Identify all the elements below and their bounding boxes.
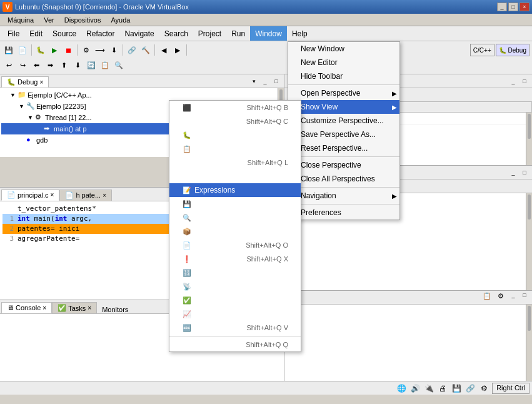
menu-window[interactable]: Window	[250, 26, 287, 41]
sv-outline[interactable]: 📄 Outline Shift+Alt+Q O	[169, 238, 301, 252]
menu-refactor[interactable]: Refactor	[81, 26, 119, 41]
sv-registers[interactable]: 🔢 Registers	[169, 266, 301, 280]
sv-errorlog[interactable]: ⚠ Error Log Shift+Alt+Q L	[169, 156, 301, 169]
sv-breakpoints[interactable]: ⬛ Breakpoints Shift+Alt+Q B	[169, 101, 301, 114]
tb-perspective-debug[interactable]: 🐛 Debug	[496, 44, 529, 56]
sv-signals[interactable]: 📡 Signals	[169, 280, 301, 293]
sv-problems[interactable]: ❗ Problems Shift+Alt+Q X	[169, 252, 301, 266]
menu-item-save-persp[interactable]: Save Perspective As...	[288, 128, 399, 141]
os-menu-maquina[interactable]: Máquina	[3, 15, 39, 25]
tb2-4[interactable]: ➡	[44, 59, 56, 71]
tb2-6[interactable]: ⬇	[71, 59, 84, 71]
tab-debug-close[interactable]: ×	[39, 79, 43, 86]
vars-panel-minimize[interactable]: _	[508, 76, 518, 86]
status-icon-5[interactable]: 💾	[451, 383, 462, 394]
vars-scrollbar[interactable]	[526, 113, 532, 165]
status-icon-network[interactable]: 🔗	[464, 383, 476, 394]
tab-hpate-close[interactable]: ×	[103, 192, 106, 199]
sv-debug[interactable]: 🐛 Debug	[169, 128, 301, 142]
tab-tasks[interactable]: ✅ Tasks ×	[52, 302, 97, 313]
menu-item-close-all-persp[interactable]: Close All Perspectives	[288, 172, 399, 186]
outline-panel-maximize[interactable]: □	[519, 168, 529, 178]
os-menu-ayuda[interactable]: Ayuda	[106, 15, 135, 25]
debug-panel-menu[interactable]: ▾	[249, 76, 259, 86]
menu-edit[interactable]: Edit	[24, 26, 48, 41]
tab-console[interactable]: 🖥 Console ×	[1, 302, 52, 313]
menu-item-hide-toolbar[interactable]: Hide Toolbar	[288, 69, 399, 83]
status-icon-3[interactable]: 🔌	[423, 383, 434, 394]
tb-step2[interactable]: ⬇	[108, 44, 120, 56]
tb-step[interactable]: ⟶	[94, 44, 106, 56]
menu-item-reset-persp[interactable]: Reset Perspective...	[288, 141, 399, 155]
tab-principal[interactable]: 📄 principal.c ×	[1, 189, 59, 201]
tb-debug[interactable]: 🐛	[34, 44, 47, 56]
sv-tasks[interactable]: ✅ Tasks	[169, 293, 301, 307]
menu-item-navigation[interactable]: Navigation ▶	[288, 189, 399, 203]
status-icon-2[interactable]: 🔊	[409, 383, 421, 394]
menu-project[interactable]: Project	[193, 26, 226, 41]
menu-item-preferences[interactable]: Preferences	[288, 206, 399, 220]
menu-item-open-perspective[interactable]: Open Perspective ▶	[288, 86, 399, 100]
sv-trace[interactable]: 📈 Trace Control	[169, 307, 301, 321]
tb-external[interactable]: 🔗	[126, 44, 138, 56]
menu-source[interactable]: Source	[48, 26, 81, 41]
tab-hpate[interactable]: 📄 h pate... ×	[59, 189, 112, 201]
status-icon-1[interactable]: 🌐	[396, 383, 407, 394]
menu-item-close-persp[interactable]: Close Perspective	[288, 158, 399, 172]
menu-item-show-view[interactable]: Show View ▶ ⬛ Breakpoints Shift+Alt+Q B …	[288, 100, 399, 114]
tb2-1[interactable]: ↩	[3, 59, 15, 71]
sv-variables[interactable]: 🔤 Variables Shift+Alt+Q V	[169, 321, 301, 335]
tab-debug[interactable]: 🐛 Debug ×	[1, 76, 49, 88]
outline-scrollbar[interactable]	[526, 193, 532, 290]
tb-save[interactable]: 💾	[3, 44, 15, 56]
menu-file[interactable]: File	[3, 26, 24, 41]
os-menu-dispositivos[interactable]: Dispositivos	[59, 15, 106, 25]
tb-stop[interactable]: ◼	[62, 44, 74, 56]
tab-tasks-close[interactable]: ×	[88, 305, 91, 311]
extra-btn2[interactable]: ⚙	[494, 291, 507, 303]
debug-panel-minimize[interactable]: _	[260, 76, 270, 86]
os-menu-ver[interactable]: Ver	[39, 15, 59, 25]
tb-run[interactable]: ▶	[48, 44, 61, 56]
minimize-button[interactable]: _	[497, 3, 507, 11]
sv-memory-browser[interactable]: 🔍 Memory Browser	[169, 211, 301, 225]
tb2-7[interactable]: 📋	[99, 59, 111, 71]
sv-memory[interactable]: 💾 Memory	[169, 197, 301, 211]
sv-expressions[interactable]: 📝 Expressions	[169, 183, 301, 197]
tb2-5[interactable]: ⬆	[58, 59, 70, 71]
tab-console-close[interactable]: ×	[43, 305, 46, 311]
tb-perspective-cpp[interactable]: C/C++	[470, 44, 494, 56]
tb-profile[interactable]: ⚙	[80, 44, 93, 56]
extra-maximize[interactable]: □	[519, 291, 529, 300]
extra-minimize[interactable]: _	[508, 291, 518, 300]
menu-help[interactable]: Help	[287, 26, 313, 41]
sv-executables[interactable]: ▶ Executables	[169, 169, 301, 183]
close-button[interactable]: ×	[519, 3, 529, 11]
sv-other[interactable]: Other... Shift+Alt+Q Q	[169, 338, 301, 351]
tb-build[interactable]: 🔨	[139, 44, 152, 56]
tb2-3[interactable]: ⬅	[30, 59, 43, 71]
sv-modules[interactable]: 📦 Modules	[169, 225, 301, 238]
status-icon-gear[interactable]: ⚙	[478, 383, 489, 394]
tree-item-ejemplo[interactable]: ▼ 📁 Ejemplo [C/C++ Ap...	[1, 89, 283, 101]
tb-new[interactable]: 📄	[16, 44, 29, 56]
tb2-refresh[interactable]: 🔄	[85, 59, 98, 71]
tb-forward[interactable]: ▶	[171, 44, 184, 56]
menu-item-customize[interactable]: Customize Perspective...	[288, 114, 399, 128]
menu-item-new-window[interactable]: New Window	[288, 42, 399, 56]
tb-back[interactable]: ◀	[158, 44, 170, 56]
maximize-button[interactable]: □	[508, 3, 518, 11]
tb2-8[interactable]: 🔍	[113, 59, 125, 71]
menu-item-new-editor[interactable]: New Editor	[288, 56, 399, 69]
debug-panel-maximize[interactable]: □	[271, 76, 281, 86]
menu-navigate[interactable]: Navigate	[119, 26, 159, 41]
extra-btn1[interactable]: 📋	[481, 291, 493, 303]
menu-search[interactable]: Search	[159, 26, 193, 41]
menu-run[interactable]: Run	[226, 26, 250, 41]
vars-panel-maximize[interactable]: □	[519, 76, 529, 86]
sv-disassembly[interactable]: 📋 Disassembly	[169, 142, 301, 156]
tab-principal-close[interactable]: ×	[51, 191, 54, 198]
extra-scrollbar[interactable]	[526, 305, 532, 381]
tb2-2[interactable]: ↪	[16, 59, 29, 71]
sv-console[interactable]: 🖥 Console Shift+Alt+Q C	[169, 114, 301, 128]
